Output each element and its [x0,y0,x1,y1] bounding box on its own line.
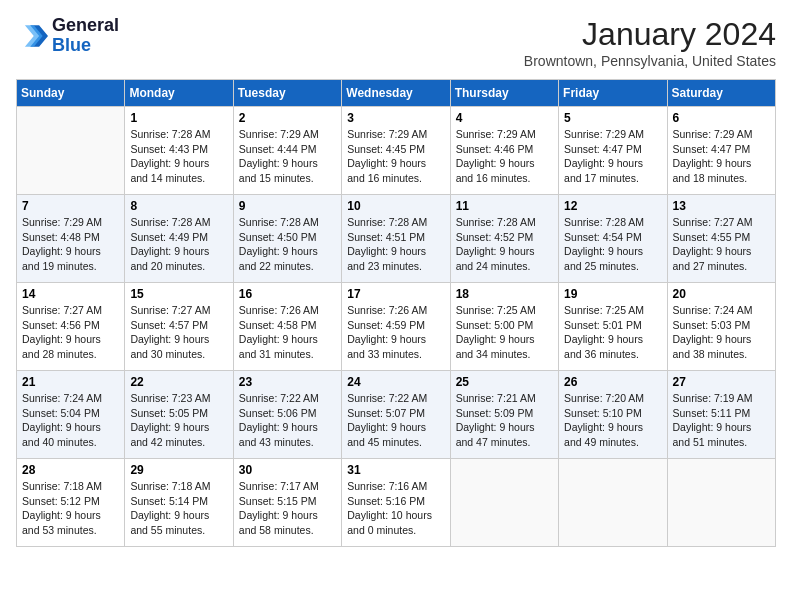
page-header: General Blue January 2024 Browntown, Pen… [16,16,776,69]
calendar-day-cell: 15Sunrise: 7:27 AM Sunset: 4:57 PM Dayli… [125,283,233,371]
day-info: Sunrise: 7:17 AM Sunset: 5:15 PM Dayligh… [239,479,336,538]
day-info: Sunrise: 7:28 AM Sunset: 4:52 PM Dayligh… [456,215,553,274]
day-info: Sunrise: 7:28 AM Sunset: 4:51 PM Dayligh… [347,215,444,274]
day-number: 14 [22,287,119,301]
day-info: Sunrise: 7:28 AM Sunset: 4:49 PM Dayligh… [130,215,227,274]
calendar-day-cell: 9Sunrise: 7:28 AM Sunset: 4:50 PM Daylig… [233,195,341,283]
day-number: 23 [239,375,336,389]
day-number: 5 [564,111,661,125]
weekday-header: Thursday [450,80,558,107]
calendar-day-cell: 13Sunrise: 7:27 AM Sunset: 4:55 PM Dayli… [667,195,775,283]
weekday-header: Saturday [667,80,775,107]
day-number: 25 [456,375,553,389]
day-number: 24 [347,375,444,389]
day-number: 19 [564,287,661,301]
day-number: 26 [564,375,661,389]
logo: General Blue [16,16,119,56]
day-info: Sunrise: 7:22 AM Sunset: 5:06 PM Dayligh… [239,391,336,450]
day-info: Sunrise: 7:21 AM Sunset: 5:09 PM Dayligh… [456,391,553,450]
day-info: Sunrise: 7:29 AM Sunset: 4:45 PM Dayligh… [347,127,444,186]
day-number: 2 [239,111,336,125]
calendar-day-cell: 20Sunrise: 7:24 AM Sunset: 5:03 PM Dayli… [667,283,775,371]
calendar-day-cell: 5Sunrise: 7:29 AM Sunset: 4:47 PM Daylig… [559,107,667,195]
day-info: Sunrise: 7:18 AM Sunset: 5:12 PM Dayligh… [22,479,119,538]
day-info: Sunrise: 7:18 AM Sunset: 5:14 PM Dayligh… [130,479,227,538]
day-number: 4 [456,111,553,125]
day-info: Sunrise: 7:26 AM Sunset: 4:58 PM Dayligh… [239,303,336,362]
day-info: Sunrise: 7:29 AM Sunset: 4:47 PM Dayligh… [673,127,770,186]
weekday-header: Wednesday [342,80,450,107]
calendar-day-cell: 19Sunrise: 7:25 AM Sunset: 5:01 PM Dayli… [559,283,667,371]
day-number: 8 [130,199,227,213]
calendar-day-cell: 14Sunrise: 7:27 AM Sunset: 4:56 PM Dayli… [17,283,125,371]
day-number: 17 [347,287,444,301]
day-number: 15 [130,287,227,301]
calendar-day-cell: 21Sunrise: 7:24 AM Sunset: 5:04 PM Dayli… [17,371,125,459]
calendar-day-cell: 30Sunrise: 7:17 AM Sunset: 5:15 PM Dayli… [233,459,341,547]
weekday-header: Friday [559,80,667,107]
day-number: 18 [456,287,553,301]
calendar-day-cell: 25Sunrise: 7:21 AM Sunset: 5:09 PM Dayli… [450,371,558,459]
day-number: 13 [673,199,770,213]
day-info: Sunrise: 7:28 AM Sunset: 4:54 PM Dayligh… [564,215,661,274]
calendar-day-cell: 28Sunrise: 7:18 AM Sunset: 5:12 PM Dayli… [17,459,125,547]
calendar-week-row: 28Sunrise: 7:18 AM Sunset: 5:12 PM Dayli… [17,459,776,547]
day-number: 29 [130,463,227,477]
calendar-day-cell: 6Sunrise: 7:29 AM Sunset: 4:47 PM Daylig… [667,107,775,195]
calendar-day-cell: 27Sunrise: 7:19 AM Sunset: 5:11 PM Dayli… [667,371,775,459]
calendar-day-cell: 17Sunrise: 7:26 AM Sunset: 4:59 PM Dayli… [342,283,450,371]
day-number: 12 [564,199,661,213]
day-info: Sunrise: 7:19 AM Sunset: 5:11 PM Dayligh… [673,391,770,450]
weekday-header: Monday [125,80,233,107]
day-info: Sunrise: 7:22 AM Sunset: 5:07 PM Dayligh… [347,391,444,450]
day-info: Sunrise: 7:29 AM Sunset: 4:47 PM Dayligh… [564,127,661,186]
logo-icon [16,20,48,52]
day-info: Sunrise: 7:27 AM Sunset: 4:56 PM Dayligh… [22,303,119,362]
calendar-week-row: 21Sunrise: 7:24 AM Sunset: 5:04 PM Dayli… [17,371,776,459]
day-number: 9 [239,199,336,213]
calendar-day-cell: 1Sunrise: 7:28 AM Sunset: 4:43 PM Daylig… [125,107,233,195]
day-info: Sunrise: 7:29 AM Sunset: 4:48 PM Dayligh… [22,215,119,274]
day-info: Sunrise: 7:25 AM Sunset: 5:01 PM Dayligh… [564,303,661,362]
location: Browntown, Pennsylvania, United States [524,53,776,69]
calendar-day-cell: 24Sunrise: 7:22 AM Sunset: 5:07 PM Dayli… [342,371,450,459]
calendar-day-cell: 4Sunrise: 7:29 AM Sunset: 4:46 PM Daylig… [450,107,558,195]
title-block: January 2024 Browntown, Pennsylvania, Un… [524,16,776,69]
day-info: Sunrise: 7:28 AM Sunset: 4:43 PM Dayligh… [130,127,227,186]
weekday-header: Sunday [17,80,125,107]
day-info: Sunrise: 7:16 AM Sunset: 5:16 PM Dayligh… [347,479,444,538]
day-number: 31 [347,463,444,477]
calendar-day-cell: 12Sunrise: 7:28 AM Sunset: 4:54 PM Dayli… [559,195,667,283]
calendar-day-cell: 3Sunrise: 7:29 AM Sunset: 4:45 PM Daylig… [342,107,450,195]
day-number: 11 [456,199,553,213]
calendar-day-cell [450,459,558,547]
calendar-day-cell: 29Sunrise: 7:18 AM Sunset: 5:14 PM Dayli… [125,459,233,547]
day-number: 28 [22,463,119,477]
calendar-day-cell: 16Sunrise: 7:26 AM Sunset: 4:58 PM Dayli… [233,283,341,371]
day-number: 27 [673,375,770,389]
day-number: 30 [239,463,336,477]
calendar-day-cell: 7Sunrise: 7:29 AM Sunset: 4:48 PM Daylig… [17,195,125,283]
day-info: Sunrise: 7:29 AM Sunset: 4:44 PM Dayligh… [239,127,336,186]
day-number: 22 [130,375,227,389]
day-info: Sunrise: 7:24 AM Sunset: 5:04 PM Dayligh… [22,391,119,450]
calendar-day-cell: 26Sunrise: 7:20 AM Sunset: 5:10 PM Dayli… [559,371,667,459]
calendar-header-row: SundayMondayTuesdayWednesdayThursdayFrid… [17,80,776,107]
day-number: 16 [239,287,336,301]
day-number: 6 [673,111,770,125]
calendar-day-cell: 8Sunrise: 7:28 AM Sunset: 4:49 PM Daylig… [125,195,233,283]
calendar-day-cell: 10Sunrise: 7:28 AM Sunset: 4:51 PM Dayli… [342,195,450,283]
calendar-day-cell [667,459,775,547]
weekday-header: Tuesday [233,80,341,107]
day-info: Sunrise: 7:23 AM Sunset: 5:05 PM Dayligh… [130,391,227,450]
day-number: 10 [347,199,444,213]
day-number: 20 [673,287,770,301]
calendar-day-cell: 31Sunrise: 7:16 AM Sunset: 5:16 PM Dayli… [342,459,450,547]
calendar-day-cell [559,459,667,547]
day-info: Sunrise: 7:28 AM Sunset: 4:50 PM Dayligh… [239,215,336,274]
day-info: Sunrise: 7:20 AM Sunset: 5:10 PM Dayligh… [564,391,661,450]
logo-general-text: General [52,16,119,36]
calendar-week-row: 1Sunrise: 7:28 AM Sunset: 4:43 PM Daylig… [17,107,776,195]
day-info: Sunrise: 7:25 AM Sunset: 5:00 PM Dayligh… [456,303,553,362]
calendar-day-cell: 11Sunrise: 7:28 AM Sunset: 4:52 PM Dayli… [450,195,558,283]
